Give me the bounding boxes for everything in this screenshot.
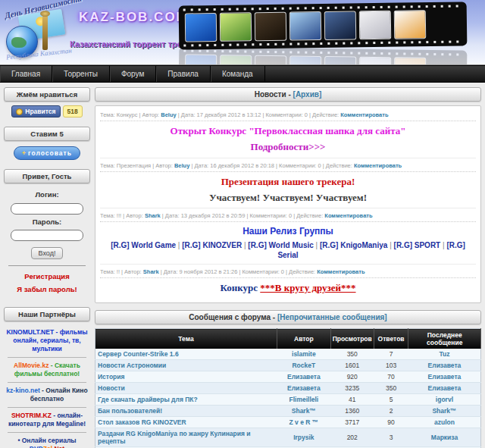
forum-lastpost-link[interactable]: Маркиза	[431, 434, 458, 441]
partner-text: AllMovie.kz	[14, 362, 48, 369]
forum-table: ТемаАвторПросмотровОтветовПоследнее сооб…	[95, 328, 481, 448]
forum-replies-cell: 2	[374, 406, 408, 417]
forum-author-link[interactable]: Z v e R ™	[289, 418, 318, 426]
divider	[8, 357, 86, 358]
forum-author-link[interactable]: Flimeilleli	[289, 396, 318, 403]
forum-topic-link[interactable]: Новости	[98, 384, 125, 392]
password-input[interactable]	[11, 230, 83, 241]
forum-lastpost-link[interactable]: igorvl	[436, 396, 453, 403]
dark-game-poster	[255, 55, 287, 65]
forum-views-cell: 41	[330, 394, 374, 406]
news-author-link[interactable]: Shark	[145, 212, 161, 219]
news-link[interactable]: [R.G] World Game	[111, 241, 176, 249]
forum-author-link[interactable]: islamite	[292, 350, 316, 358]
news-link[interactable]: [R.G] KnigoManiya	[320, 241, 387, 249]
forum-lastpost-cell: Tuz	[408, 349, 481, 360]
news-archive-link[interactable]: [Архив]	[293, 90, 322, 99]
forum-column-header: Просмотров	[330, 329, 374, 349]
forum-topic-cell: Стол заказов RG KINOZVER	[95, 417, 277, 428]
news-link[interactable]: [R.G] KINOZVER	[182, 241, 242, 249]
forum-author-link[interactable]: Irpysik	[293, 434, 314, 441]
news-author-link[interactable]: Beluy	[174, 162, 189, 169]
partner-text: kz-kino.net	[6, 387, 39, 394]
forum-topic-link[interactable]: Где скачать драйверы для ПК?	[98, 396, 198, 403]
news-link[interactable]: Подробности>>>	[251, 141, 326, 152]
partner-link-dvdzal[interactable]: • Онлайн сериалы DVDZal.Net	[5, 434, 89, 448]
forum-views-cell: 920	[330, 371, 374, 383]
forum-author-link[interactable]: Елизавета	[287, 373, 321, 381]
assassins-creed-poster	[359, 57, 392, 65]
forgot-password-link[interactable]: Я забыл пароль!	[5, 285, 89, 293]
content: Жмём нравиться Нравится 518 Ставим 5 +го…	[0, 83, 485, 448]
forum-topic-cell: Новости	[95, 383, 277, 394]
site-tagline: Казахстанский торрент трекер	[70, 39, 196, 49]
register-link[interactable]: Регистрация	[5, 272, 89, 280]
partner-link-kinomult[interactable]: KINOMULT.NET - фильмы онлайн, сериалы, т…	[5, 325, 89, 356]
news-link[interactable]: [R.G] World Music	[248, 241, 313, 249]
forum-replies-cell: 350	[374, 383, 408, 394]
windows-7-poster	[185, 13, 217, 42]
news-text: |	[387, 241, 393, 249]
divider	[8, 407, 86, 408]
partner-link-shotrim[interactable]: SHOTRIM.KZ - онлайн-кинотеатр для Megali…	[5, 409, 89, 431]
like-button[interactable]: Нравится	[11, 105, 60, 117]
partner-link-allmovie[interactable]: AllMovie.kz - Скачать фильмы бесплатно!	[5, 359, 89, 381]
forum-topic-cell: История	[95, 371, 277, 383]
forum-topic-link[interactable]: История	[98, 373, 124, 381]
forum-replies-cell: 3	[374, 428, 408, 447]
forum-title: Сообщения с форума -	[189, 313, 275, 321]
news-comment-link[interactable]: Комментировать	[317, 268, 365, 275]
forum-topic-link[interactable]: Бан пользователей!	[98, 407, 162, 415]
news-line: Участвуем! Участвуем! Участвуем!	[100, 192, 476, 204]
news-box: Тема: Конкурс | Автор: Beluy | Дата: 17 …	[95, 105, 481, 303]
forum-author-cell: Shark™	[277, 406, 331, 417]
news-comment-link[interactable]: Комментировать	[324, 212, 372, 219]
partner-link-kz-kino[interactable]: kz-kino.net - Онлайн Кино бесплатно	[5, 384, 89, 406]
vote-button[interactable]: +голосовать	[14, 146, 80, 160]
partner-text: • Онлайн сериалы	[17, 437, 76, 444]
vote-button-label: голосовать	[28, 149, 72, 157]
forum-row: Где скачать драйверы для ПК?Flimeilleli4…	[95, 394, 481, 406]
forum-topic-link[interactable]: Сервер Counter-Strike 1.6	[98, 350, 179, 358]
news-item-meta: Тема: !! | Автор: Shark | Дата: 9 ноября…	[100, 267, 476, 278]
news-link[interactable]: ***В кругу друзей***	[260, 282, 355, 293]
nav-item-forum[interactable]: Форум	[110, 66, 156, 82]
login-input[interactable]	[11, 203, 83, 215]
news-author-link[interactable]: Beluy	[161, 111, 176, 118]
news-comment-link[interactable]: Комментировать	[354, 162, 402, 169]
news-line: Подробности>>>	[100, 141, 476, 153]
den-nezavisimosti-poster	[289, 55, 322, 65]
forum-author-link[interactable]: Shark™	[292, 407, 316, 415]
forum-lastpost-link[interactable]: Tuz	[439, 350, 449, 358]
nav-item-rules[interactable]: Правила	[156, 66, 211, 82]
forum-topic-link[interactable]: Раздачи RG KnigoManiya по жанру Кулинари…	[98, 430, 251, 445]
nav-item-torrents[interactable]: Торренты	[52, 66, 110, 82]
login-box-title: Привет, Гость	[4, 169, 90, 183]
forum-section-header: Сообщения с форума - [Непрочитанные сооб…	[95, 310, 481, 324]
news-link[interactable]: [R.G] SPORT	[394, 241, 441, 249]
news-text: Участвуем! Участвуем! Участвуем!	[209, 192, 367, 203]
forum-column-header: Ответов	[374, 329, 408, 349]
forum-topic-link[interactable]: Новости Астрономии	[98, 362, 166, 369]
forum-lastpost-link[interactable]: Елизавета	[428, 362, 462, 369]
forum-author-link[interactable]: Елизавета	[287, 384, 321, 392]
forum-column-header: Автор	[277, 329, 331, 349]
forum-topic-link[interactable]: Стол заказов RG KINOZVER	[98, 418, 186, 426]
forum-lastpost-link[interactable]: Shark™	[432, 407, 456, 415]
like-count-badge: 518	[63, 105, 83, 117]
forum-lastpost-link[interactable]: azulon	[434, 418, 455, 426]
forum-lastpost-link[interactable]: Елизавета	[428, 373, 462, 381]
forum-replies-cell: 5	[374, 394, 408, 406]
forum-lastpost-cell: igorvl	[408, 394, 481, 406]
news-author-link[interactable]: Shark	[143, 268, 159, 275]
nav-item-team[interactable]: Команда	[211, 66, 265, 82]
nav-item-home[interactable]: Главная	[0, 66, 52, 82]
forum-lastpost-link[interactable]: Елизавета	[428, 384, 462, 392]
forum-unread-link[interactable]: [Непрочитанные сообщения]	[277, 313, 387, 321]
news-title: Новости -	[255, 90, 291, 99]
login-button[interactable]: Вход!	[31, 247, 64, 259]
news-comment-link[interactable]: Комментировать	[340, 111, 388, 118]
forum-author-link[interactable]: RockeT	[292, 362, 315, 369]
sidebar: Жмём нравиться Нравится 518 Ставим 5 +го…	[4, 87, 90, 448]
forum-views-cell: 1360	[330, 406, 374, 417]
